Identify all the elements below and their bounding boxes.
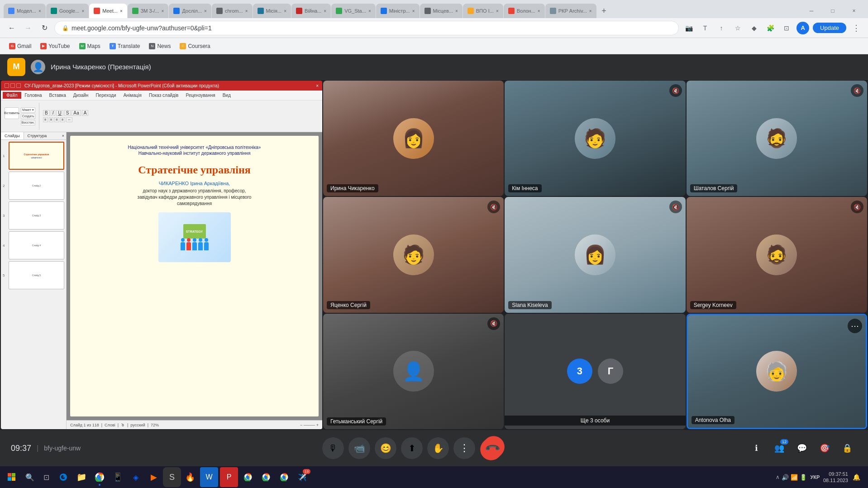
tab-chrome[interactable]: chrom... × <box>212 4 253 18</box>
lock-button[interactable]: 🔒 <box>837 438 857 458</box>
ppt-tab-slides[interactable]: Слайды <box>1 132 24 139</box>
bookmark-icon[interactable]: ☆ <box>731 22 744 34</box>
raise-hand-button[interactable]: ✋ <box>427 437 449 459</box>
taskbar-app-telegram[interactable]: ✈️ 13 <box>293 467 311 487</box>
window-restore-button[interactable]: □ <box>822 4 843 18</box>
ppt-close-icon[interactable]: × <box>316 83 319 88</box>
ppt-menu-insert[interactable]: Вставка <box>46 92 70 99</box>
windows-start-button[interactable] <box>2 467 22 487</box>
activities-button[interactable]: 🎯 <box>815 438 835 458</box>
window-minimize-button[interactable]: ─ <box>801 4 822 18</box>
address-bar: ← → ↻ 🔒 meet.google.com/bfy-ugfe-unw?aut… <box>0 18 868 38</box>
slide-thumb-1[interactable]: 1 Стратегічне управліня ЧИКАРЕНКО <box>3 142 64 170</box>
ppt-menu-file[interactable]: Файл <box>3 92 21 99</box>
bookmark-gmail[interactable]: G Gmail <box>5 41 35 51</box>
ppt-menu-slideshow[interactable]: Показ слайдів <box>145 92 182 99</box>
ppt-menu-view[interactable]: Вид <box>219 92 234 99</box>
tab-meet1[interactable]: Google... × <box>46 4 89 18</box>
taskbar-app-edge[interactable] <box>54 467 72 487</box>
tab-viina[interactable]: Війна... × <box>291 4 331 18</box>
ppt-tab-close[interactable]: × <box>60 132 66 139</box>
ppt-tab-structure[interactable]: Структура <box>24 132 51 139</box>
ppt-menu-review[interactable]: Рецензування <box>182 92 219 99</box>
bookmark-news[interactable]: N News <box>145 41 174 51</box>
bookmark-youtube[interactable]: ▶ YouTube <box>37 41 73 51</box>
taskbar-app-chrome4[interactable] <box>275 467 293 487</box>
menu-button[interactable]: ⋮ <box>850 22 863 34</box>
taskbar-app-word[interactable]: W <box>200 467 218 487</box>
taskbar-app-powerpoint[interactable]: P <box>220 467 238 487</box>
tab-misceve[interactable]: Місцев... × <box>420 4 463 18</box>
taskbar-app-chrome[interactable] <box>91 467 109 487</box>
info-button[interactable]: ℹ <box>747 438 767 458</box>
people-button[interactable]: 👥 12 <box>769 438 789 458</box>
new-tab-button[interactable]: + <box>597 4 611 18</box>
url-text[interactable]: meet.google.com/bfy-ugfe-unw?authuser=0&… <box>72 24 671 32</box>
svg-point-7 <box>98 476 101 478</box>
taskbar-app-chrome3[interactable] <box>257 467 275 487</box>
tray-network-icon[interactable]: 🔊 <box>782 474 789 481</box>
end-call-button[interactable]: 📞 <box>476 431 509 465</box>
window-close-button[interactable]: × <box>844 4 864 18</box>
tray-volume-icon[interactable]: 📶 <box>791 474 798 481</box>
taskbar-app-scrivener[interactable]: S <box>163 467 181 487</box>
reload-button[interactable]: ↻ <box>38 22 51 34</box>
language-indicator[interactable]: УКР <box>809 474 821 480</box>
participant-more-button[interactable]: ⋯ <box>848 319 862 333</box>
ppt-menu-design[interactable]: Дизайн <box>70 92 92 99</box>
extensions-icon[interactable]: 🧩 <box>764 22 777 34</box>
ppt-menu-animation[interactable]: Анімація <box>120 92 145 99</box>
taskbar-app-explorer[interactable]: 📁 <box>72 467 91 487</box>
present-button[interactable]: ⬆ <box>401 437 423 459</box>
profile-split-icon[interactable]: ⊡ <box>780 22 793 34</box>
bookmark-translate[interactable]: T Translate <box>106 41 144 51</box>
ppt-menu-home[interactable]: Головна <box>21 92 46 99</box>
back-button[interactable]: ← <box>5 22 18 34</box>
slide-thumb-4[interactable]: 4 Слайд 4 <box>3 231 64 259</box>
taskbar-app-chrome2[interactable] <box>239 467 257 487</box>
bookmark-coursera[interactable]: C Coursera <box>176 41 214 51</box>
update-button[interactable]: Update <box>813 23 846 33</box>
tab-misia[interactable]: Місія... × <box>253 4 291 18</box>
tab-volon[interactable]: Волон... × <box>504 4 545 18</box>
mic-button[interactable]: 🎙 <box>322 437 344 459</box>
more-options-button[interactable]: ⋮ <box>453 437 475 459</box>
taskbar-notification-button[interactable]: 🔔 <box>850 471 863 483</box>
control-bar-right: ℹ 👥 12 💬 🎯 🔒 <box>747 438 857 458</box>
camera-icon[interactable]: 📷 <box>682 22 695 34</box>
translate-icon[interactable]: T <box>699 22 711 34</box>
taskbar-app-dropbox[interactable]: ◈ <box>127 467 145 487</box>
tray-battery-icon[interactable]: 🔋 <box>800 474 807 481</box>
slide-thumb-5[interactable]: 5 Слайд 5 <box>3 261 64 289</box>
wallet-icon[interactable]: ◆ <box>748 22 760 34</box>
task-view-button[interactable]: ⊡ <box>38 469 54 485</box>
tray-arrow[interactable]: ∧ <box>776 474 780 480</box>
share-icon[interactable]: ↑ <box>715 22 728 34</box>
taskbar-app-firefox[interactable]: 🔥 <box>181 467 199 487</box>
tab-vgsta[interactable]: VG_Sta... × <box>331 4 376 18</box>
camera-button[interactable]: 📹 <box>348 437 370 459</box>
taskbar-app-viber[interactable]: 📱 <box>109 467 127 487</box>
emoji-button[interactable]: 😊 <box>375 437 396 459</box>
coursera-label: Coursera <box>188 43 210 49</box>
bookmark-maps[interactable]: M Maps <box>76 41 104 51</box>
taskbar-app-8[interactable]: ▶ <box>145 467 163 487</box>
tab-modelo[interactable]: Модел... × <box>4 4 46 18</box>
tab-active[interactable]: Meet... × <box>89 4 127 18</box>
tab-vpo[interactable]: ВПО І... × <box>463 4 503 18</box>
tab-dosli[interactable]: Досліл... × <box>169 4 211 18</box>
tab-archive[interactable]: РКР Archiv... × <box>545 4 596 18</box>
tab-ministr[interactable]: Міністр... × <box>376 4 420 18</box>
url-bar[interactable]: 🔒 meet.google.com/bfy-ugfe-unw?authuser=… <box>54 21 679 35</box>
ppt-menu-transitions[interactable]: Переходи <box>92 92 119 99</box>
taskbar-clock[interactable]: 09:37:51 08.11.2023 <box>823 471 848 484</box>
chat-button[interactable]: 💬 <box>792 438 812 458</box>
slide-thumb-3[interactable]: 3 Слайд 3 <box>3 201 64 230</box>
profile-avatar[interactable]: A <box>796 22 809 34</box>
slide-thumb-2[interactable]: 2 Слайд 2 <box>3 172 64 200</box>
ppt-zoom-controls[interactable]: − ──── + <box>300 423 319 427</box>
tab-zm3[interactable]: ЗМ 3-/... × <box>128 4 169 18</box>
forward-button[interactable]: → <box>22 22 34 34</box>
participant-name-group: Ще 3 особи <box>505 416 685 426</box>
taskbar-search-button[interactable]: 🔍 <box>22 469 38 485</box>
